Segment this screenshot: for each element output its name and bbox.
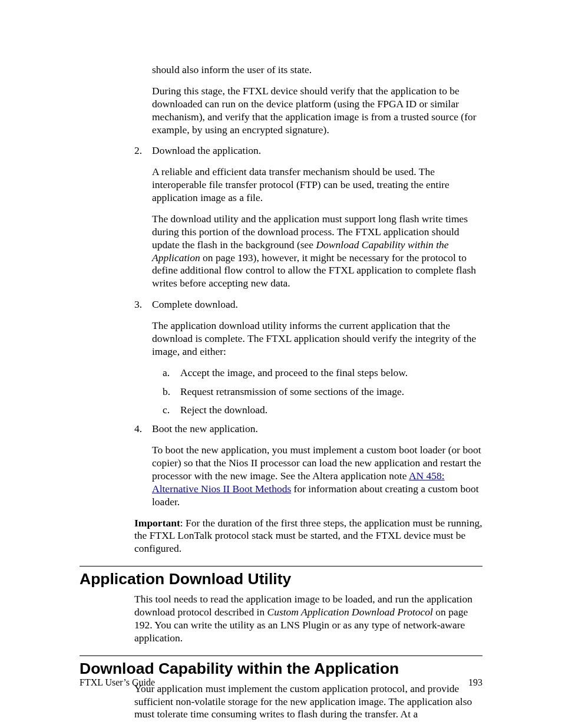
text-run: on page 193), however, it might be neces… [152,252,476,289]
list-item: 4. Boot the new application. [134,423,482,436]
sub-list: a. Accept the image, and proceed to the … [163,367,482,417]
list-text: Download the application. [152,144,482,157]
body-column: This tool needs to read the application … [134,593,482,645]
paragraph: Your application must implement the cust… [134,683,482,722]
list-marker: b. [163,386,180,398]
section-heading-application-download-utility: Application Download Utility [80,570,482,588]
list-item: c. Reject the download. [163,404,482,417]
list-text: Complete download. [152,298,482,311]
list-marker: 3. [134,298,152,311]
paragraph: To boot the new application, you must im… [152,444,482,508]
list-item: b. Request retransmission of some sectio… [163,386,482,398]
section-heading-download-capability: Download Capability within the Applicati… [80,660,482,678]
list-marker: c. [163,404,180,417]
paragraph: This tool needs to read the application … [134,593,482,645]
list-text: Request retransmission of some sections … [180,386,482,398]
page-footer: FTXL User’s Guide 193 [80,677,482,688]
list-text: Boot the new application. [152,423,482,436]
paragraph: should also inform the user of its state… [152,64,482,77]
paragraph: During this stage, the FTXL device shoul… [152,85,482,137]
body-column: Your application must implement the cust… [134,683,482,722]
important-text: : For the duration of the first three st… [134,517,482,555]
paragraph: The application download utility informs… [152,319,482,358]
list-text: Accept the image, and proceed to the fin… [180,367,482,380]
important-label: Important [134,517,180,529]
list-item: 3. Complete download. [134,298,482,311]
list-item: 2. Download the application. [134,144,482,157]
important-note: Important: For the duration of the first… [134,517,482,556]
section-divider [80,655,482,656]
list-marker: a. [163,367,180,380]
paragraph: A reliable and efficient data transfer m… [152,166,482,205]
list-marker: 4. [134,423,152,436]
footer-title: FTXL User’s Guide [80,677,155,688]
list-text: Reject the download. [180,404,482,417]
page: should also inform the user of its state… [0,0,562,728]
section-divider [80,566,482,566]
emphasis: Custom Application Download Protocol [267,606,433,618]
list-item: a. Accept the image, and proceed to the … [163,367,482,380]
page-number: 193 [468,677,482,688]
paragraph: The download utility and the application… [152,213,482,290]
list-marker: 2. [134,144,152,157]
body-column: should also inform the user of its state… [134,64,482,509]
